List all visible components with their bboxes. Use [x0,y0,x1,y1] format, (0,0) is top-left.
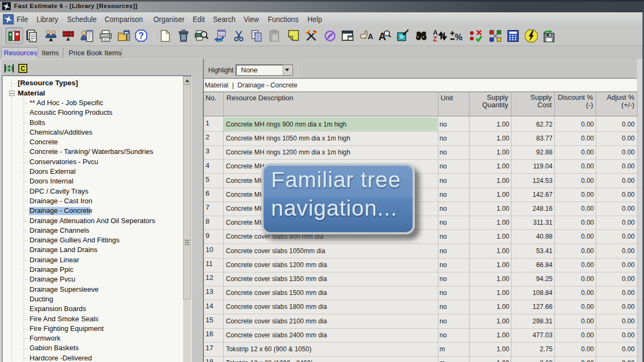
svg-text:C: C [20,65,25,72]
svg-text:?: ? [138,31,144,40]
svg-text:%: % [455,33,463,42]
svg-text:A: A [368,32,373,41]
svg-text:Z: Z [433,35,437,43]
